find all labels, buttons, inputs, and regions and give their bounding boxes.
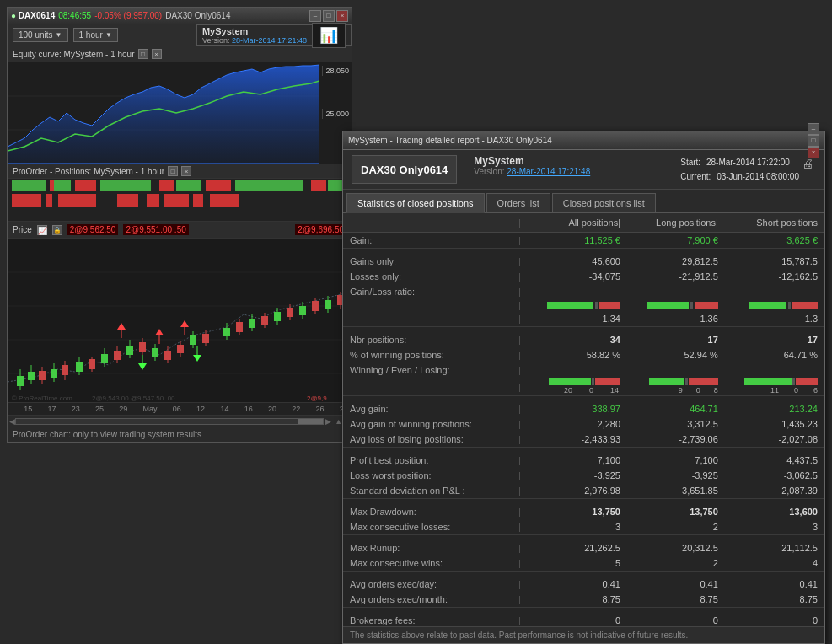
scroll-left-icon[interactable]: ◀ xyxy=(9,417,15,426)
losses-only-all: -34,075 xyxy=(528,269,627,284)
losses-only-long: -21,912.5 xyxy=(627,269,725,284)
price-icon-chart[interactable]: 📈 xyxy=(37,225,47,235)
gain-short: 3,625 € xyxy=(725,233,824,249)
max-dd-short: 13,600 xyxy=(725,504,824,519)
date-15: 15 xyxy=(24,405,32,413)
brokerage-row: Brokerage fees: | 0 0 0 xyxy=(343,613,824,626)
svg-rect-53 xyxy=(325,300,331,309)
svg-rect-75 xyxy=(287,308,293,317)
current-label: Current: xyxy=(680,172,711,181)
stats-minimize-btn[interactable]: – xyxy=(808,123,819,135)
avg-gain-win-all: 2,280 xyxy=(528,416,627,432)
max-runup-label: Max Runup: xyxy=(343,540,512,555)
svg-rect-57 xyxy=(62,365,68,375)
candle-svg: © ProRealTime.com 2@9,543.00 @9,547.50 .… xyxy=(8,239,352,402)
all-win-num: 20 xyxy=(564,386,572,394)
version-date-link[interactable]: 28-Mar-2014 17:21:48 xyxy=(507,167,590,176)
stats-win-controls[interactable]: – □ × xyxy=(808,123,819,158)
svg-rect-35 xyxy=(76,362,83,372)
worst-pos-all: -3,925 xyxy=(528,468,627,483)
chart-toolbar: 100 units ▼ 1 hour ▼ MySystem Version: 2… xyxy=(8,24,352,46)
chart-win-controls[interactable]: – □ × xyxy=(309,10,348,22)
short-even-num: 0 xyxy=(794,386,798,394)
timeframe-arrow-icon: ▼ xyxy=(105,31,112,39)
timeframe-dropdown[interactable]: 1 hour ▼ xyxy=(73,28,118,42)
best-pos-row: Profit best position: | 7,100 7,100 4,43… xyxy=(343,453,824,468)
tab-closed-positions[interactable]: Closed positions list xyxy=(552,193,656,212)
stats-maximize-btn[interactable]: □ xyxy=(808,135,819,147)
dates-box: Start: 28-Mar-2014 17:22:00 Current: 03-… xyxy=(680,155,799,184)
brokerage-long: 0 xyxy=(627,613,725,626)
date-22: 22 xyxy=(292,405,300,413)
proorder-label-bar: ProOrder - Positions: MySystem - 1 hour … xyxy=(8,164,352,179)
scrollbar-track[interactable] xyxy=(15,418,324,425)
date-16: 16 xyxy=(244,405,253,413)
svg-rect-16 xyxy=(58,194,96,207)
stats-title: MySystem - Trading detailed report - DAX… xyxy=(348,136,808,145)
price-icon-lock[interactable]: 🔒 xyxy=(52,225,62,235)
chart-scrollbar[interactable]: ◀ ▶ ▲ ▼ xyxy=(8,415,352,427)
tab-orders[interactable]: Orders list xyxy=(486,193,550,212)
max-runup-short: 21,112.5 xyxy=(725,540,824,555)
scroll-right-icon[interactable]: ▶ xyxy=(325,417,331,426)
svg-rect-63 xyxy=(139,342,146,352)
nbr-pos-short: 17 xyxy=(725,332,824,347)
avg-gain-win-long: 3,312.5 xyxy=(627,416,725,432)
price-label-low: 25,000 xyxy=(322,109,352,119)
system-icon: 📊 xyxy=(312,23,346,48)
max-consec-loss-all: 3 xyxy=(528,519,627,535)
equity-window-icon[interactable]: □ xyxy=(138,49,148,59)
proorder-label-text: ProOrder - Positions: MySystem - 1 hour xyxy=(13,167,164,176)
wl-bar-short: 11 0 6 xyxy=(725,378,824,396)
gains-only-long: 29,812.5 xyxy=(627,254,725,269)
col-label xyxy=(343,213,512,233)
best-pos-all: 7,100 xyxy=(528,453,627,468)
long-lose-num: 8 xyxy=(714,386,718,394)
units-arrow-icon: ▼ xyxy=(56,31,62,39)
scrollbar-thumb[interactable] xyxy=(298,419,323,424)
best-pos-label: Profit best position: xyxy=(343,453,512,468)
svg-rect-14 xyxy=(311,180,326,191)
all-lose-num: 14 xyxy=(610,386,619,394)
avg-orders-month-all: 8.75 xyxy=(528,592,627,608)
avg-orders-month-label: Avg orders exec/month: xyxy=(343,592,512,608)
max-consec-loss-long: 2 xyxy=(627,519,725,535)
avg-loss-long: -2,739.06 xyxy=(627,432,725,448)
svg-rect-59 xyxy=(89,359,95,369)
max-runup-row: Max Runup: | 21,262.5 20,312.5 21,112.5 xyxy=(343,540,824,555)
max-dd-all: 13,750 xyxy=(528,504,627,519)
all-even-num: 0 xyxy=(589,386,593,394)
chart-close-btn[interactable]: × xyxy=(336,10,348,22)
print-button[interactable]: 🖨 xyxy=(799,155,816,172)
scroll-up-icon[interactable]: ▲ xyxy=(335,417,342,426)
nbr-pos-label: Nbr positions: xyxy=(343,332,512,347)
wl-label: Winning / Even / Losing: xyxy=(343,362,512,378)
system-info-box: MySystem Version: 28-Mar-2014 17:21:48 📊 xyxy=(196,24,352,46)
positions-chart xyxy=(8,179,352,221)
svg-rect-15 xyxy=(12,194,41,207)
col-divider: | xyxy=(512,213,528,233)
avg-orders-month-long: 8.75 xyxy=(627,592,725,608)
svg-rect-8 xyxy=(235,180,303,191)
version-date: 28-Mar-2014 17:21:48 xyxy=(232,36,307,45)
svg-rect-69 xyxy=(202,334,209,343)
price-label-high: 28,050 xyxy=(322,66,352,76)
svg-rect-73 xyxy=(261,316,268,325)
svg-rect-20 xyxy=(46,194,52,207)
system-name: MySystem xyxy=(202,26,307,36)
proorder-window-icon[interactable]: □ xyxy=(168,166,178,176)
max-consec-loss-short: 3 xyxy=(725,519,824,535)
units-dropdown[interactable]: 100 units ▼ xyxy=(13,28,68,42)
svg-rect-55 xyxy=(39,371,46,380)
chart-maximize-btn[interactable]: □ xyxy=(323,10,335,22)
equity-close-icon[interactable]: × xyxy=(152,49,162,59)
equity-label-text: Equity curve: MySystem - 1 hour xyxy=(13,50,135,59)
chart-minimize-btn[interactable]: – xyxy=(309,10,321,22)
svg-rect-77 xyxy=(312,301,319,311)
gains-only-all: 45,600 xyxy=(528,254,627,269)
proorder-close-icon[interactable]: × xyxy=(181,166,191,176)
tab-statistics[interactable]: Statistics of closed positions xyxy=(346,193,485,213)
svg-rect-37 xyxy=(101,354,108,363)
go-divider: | xyxy=(512,254,528,269)
gl-bar-long xyxy=(627,299,725,311)
